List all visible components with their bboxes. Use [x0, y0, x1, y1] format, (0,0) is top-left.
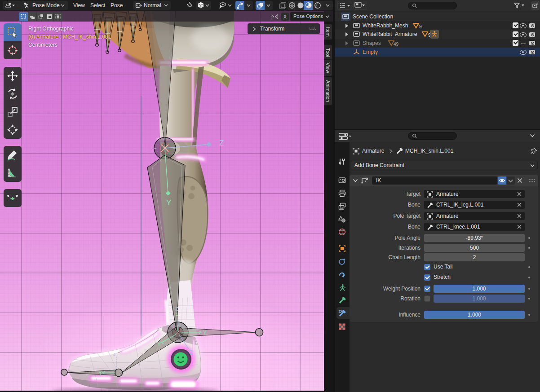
- svg-text:z: z: [113, 352, 115, 357]
- svg-text:1: 1: [176, 312, 178, 317]
- svg-text:Y: Y: [98, 370, 102, 376]
- svg-text:Z: Z: [175, 306, 178, 312]
- svg-text:Y: Y: [203, 330, 207, 336]
- svg-text:Y: Y: [166, 198, 171, 207]
- svg-text:Z: Z: [189, 349, 192, 356]
- svg-text:Z: Z: [219, 139, 224, 147]
- svg-text:Y: Y: [157, 341, 161, 348]
